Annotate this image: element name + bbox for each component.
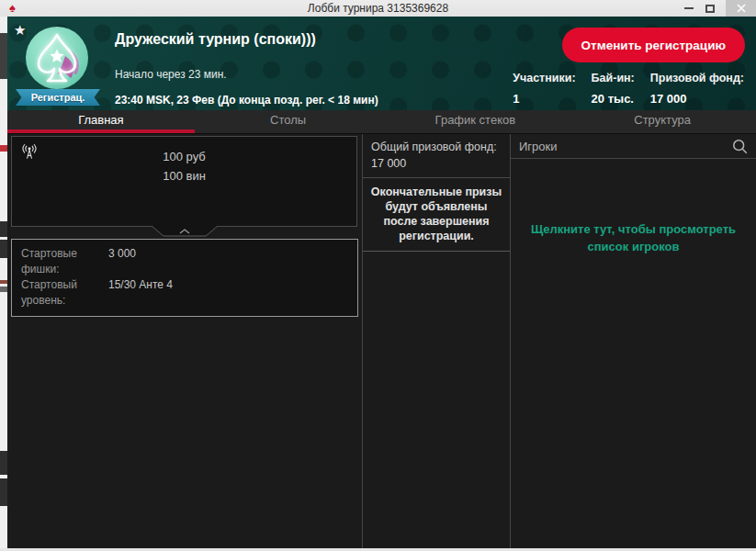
players-panel: Щелкните тут, чтобы просмотреть список и… [511,134,756,548]
tab-structure[interactable]: Структура [569,110,756,133]
stat-prizepool-value: 17 000 [650,92,744,106]
prize-pool-label: Общий призовой фонд: [371,141,502,153]
collapse-toggle[interactable] [152,226,218,237]
prize-pool-value: 17 000 [371,157,502,170]
start-info-box: Стартовые фишки: 3 000 Стартовый уровень… [11,239,358,317]
stat-buyin-label: Бай-ин: [592,72,635,84]
tournament-header: ★ Регистрац. Дружеский турнир (споки))) … [7,17,756,110]
promo-line-1: 100 руб [12,147,356,166]
start-level-row: Стартовый уровень: 15/30 Анте 4 [21,277,348,309]
tab-main[interactable]: Главная [7,110,195,133]
window-title: Лобби турнира 3135369628 [0,0,756,17]
stat-entrants-label: Участники: [513,72,575,84]
promo-line-2: 100 вин [12,166,356,186]
promo-text: 100 руб 100 вин [12,137,356,186]
tab-bar: Главная Столы График стеков Структура [7,110,756,133]
broadcast-antenna-icon [20,143,39,162]
stat-entrants: Участники: 1 [513,72,575,106]
main-content: 100 руб 100 вин Стартовые фишки: 3 000 С… [7,133,756,548]
tournament-title: Дружеский турнир (споки))) [115,31,316,48]
left-panel: 100 руб 100 вин Стартовые фишки: 3 000 С… [7,134,362,548]
start-chips-value: 3 000 [108,246,136,277]
stat-entrants-value: 1 [513,92,575,106]
window-controls [684,0,756,17]
stat-buyin: Бай-ин: 20 тыс. [592,72,635,106]
tournament-stats: Участники: 1 Бай-ин: 20 тыс. Призовой фо… [513,72,744,106]
tab-stack-chart[interactable]: График стеков [382,110,570,133]
registration-status-badge: Регистрац. [16,89,100,106]
start-level-value: 15/30 Анте 4 [108,277,173,309]
stat-prizepool-label: Призовой фонд: [650,72,744,84]
players-search-bar [511,134,756,159]
view-players-list-link[interactable]: Щелкните тут, чтобы просмотреть список и… [520,220,748,255]
close-button[interactable] [726,0,756,17]
stat-prizepool: Призовой фонд: 17 000 [650,72,744,106]
schedule-info: 23:40 MSK, 23 Фев (До конца позд. рег. <… [115,94,378,107]
background-window-edge [0,17,7,551]
promo-box[interactable]: 100 руб 100 вин [11,136,357,227]
prize-note: Окончательные призы будут объявлены посл… [363,178,510,252]
maximize-button[interactable] [705,5,715,13]
prize-panel: Общий призовой фонд: 17 000 Окончательны… [362,134,511,548]
start-countdown: Начало через 23 мин. [115,68,227,81]
search-icon[interactable] [732,139,748,154]
close-icon [737,4,746,13]
window-titlebar: ♠ Лобби турнира 3135369628 [0,0,756,17]
start-chips-row: Стартовые фишки: 3 000 [21,246,348,277]
start-level-label: Стартовый уровень: [21,277,108,309]
minimize-button[interactable] [684,7,694,9]
start-chips-label: Стартовые фишки: [21,246,108,277]
tab-tables[interactable]: Столы [195,110,382,133]
players-search-input[interactable] [519,140,732,153]
tournament-logo [25,26,89,90]
prize-pool-box: Общий призовой фонд: 17 000 [363,134,510,178]
cancel-registration-button[interactable]: Отменить регистрацию [562,28,745,62]
stat-buyin-value: 20 тыс. [592,92,635,106]
